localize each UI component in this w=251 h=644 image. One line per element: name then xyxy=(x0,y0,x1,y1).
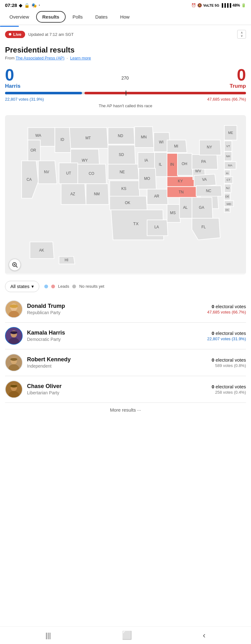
back-button[interactable]: ‹ xyxy=(203,630,205,640)
status-icon-wallet: 🔒 xyxy=(24,3,30,8)
source-attribution: From The Associated Press (AP) · Learn m… xyxy=(5,56,246,60)
tab-overview[interactable]: Overview xyxy=(4,11,35,23)
svg-text:IN: IN xyxy=(170,162,174,167)
harris-score-col: 0 Harris xyxy=(5,67,20,89)
candidate-row-harris[interactable]: Kamala Harris Democratic Party 0 elector… xyxy=(5,323,246,349)
svg-text:VA: VA xyxy=(202,177,207,182)
candidate-row-trump[interactable]: Donald Trump Republican Party 0 electora… xyxy=(5,296,246,323)
no-results-label: No results yet xyxy=(79,284,104,289)
svg-point-114 xyxy=(10,331,17,334)
votes-row: 22,807 votes (31.9%) 47,685 votes (66.7%… xyxy=(5,97,246,102)
svg-text:NM: NM xyxy=(94,192,100,196)
map-legend: Leads No results yet xyxy=(44,284,104,289)
candidate-row-oliver[interactable]: Chase Oliver Libertarian Party 0 elector… xyxy=(5,376,246,403)
source-prefix: From xyxy=(5,56,16,60)
recent-apps-button[interactable]: ||| xyxy=(46,631,51,640)
oliver-info: Chase Oliver Libertarian Party xyxy=(27,383,207,395)
candidate-list: Donald Trump Republican Party 0 electora… xyxy=(0,296,251,403)
svg-text:IL: IL xyxy=(159,162,162,167)
svg-text:SD: SD xyxy=(119,153,124,157)
harris-legend-dot xyxy=(44,285,48,288)
live-dot xyxy=(9,33,11,36)
status-dot: • xyxy=(39,3,40,7)
trump-votes: 47,685 votes (66.7%) xyxy=(207,97,246,102)
svg-text:MN: MN xyxy=(141,135,147,139)
oliver-electoral-votes: 0 electoral votes xyxy=(212,384,246,389)
svg-text:ID: ID xyxy=(61,137,64,142)
kennedy-votes-col: 0 electoral votes 589 votes (0.8%) xyxy=(212,357,246,368)
score-section: 0 Harris 270 0 Trump 22,807 votes (31.9%… xyxy=(0,62,251,113)
score-center: 270 xyxy=(121,75,128,80)
candidate-row-kennedy[interactable]: Robert Kennedy Independent 0 electoral v… xyxy=(5,349,246,376)
svg-point-118 xyxy=(10,358,17,361)
svg-text:NC: NC xyxy=(206,189,211,193)
svg-text:KY: KY xyxy=(178,179,183,183)
legend-trump xyxy=(51,285,55,288)
signal-icon: ▐▐▐▐ xyxy=(221,3,231,8)
score-row: 0 Harris 270 0 Trump xyxy=(5,67,246,89)
svg-text:TN: TN xyxy=(179,190,184,194)
no-results-legend-dot xyxy=(72,285,76,288)
oliver-votes-col: 0 electoral votes 258 votes (0.4%) xyxy=(212,384,246,395)
svg-text:RI: RI xyxy=(226,172,229,175)
kennedy-info: Robert Kennedy Independent xyxy=(27,356,207,369)
svg-text:CA: CA xyxy=(26,177,32,182)
svg-text:MT: MT xyxy=(85,136,91,140)
svg-point-122 xyxy=(10,385,17,387)
svg-text:MD: MD xyxy=(227,203,232,206)
svg-text:LA: LA xyxy=(154,225,159,229)
home-button[interactable]: ⬜ xyxy=(122,630,132,640)
collapse-button[interactable]: ∧ ∨ xyxy=(237,30,246,39)
svg-text:AZ: AZ xyxy=(70,192,75,196)
threshold-line xyxy=(126,91,126,96)
svg-text:DE: DE xyxy=(225,195,229,198)
svg-text:MA: MA xyxy=(228,164,233,167)
trump-name: Trump xyxy=(230,83,246,89)
svg-text:NY: NY xyxy=(207,145,212,149)
kennedy-avatar xyxy=(5,354,23,371)
harris-votes-col: 0 electoral votes 22,807 votes (31.9%) xyxy=(207,330,246,341)
trump-legend-dot xyxy=(51,285,55,288)
map-zoom-button[interactable] xyxy=(9,259,21,271)
svg-marker-77 xyxy=(192,218,220,240)
harris-progress xyxy=(5,92,82,94)
learn-more-link[interactable]: Learn more xyxy=(70,56,91,60)
svg-text:NE: NE xyxy=(120,170,125,174)
more-results-row[interactable]: More results ··· xyxy=(0,403,251,417)
alarm-icon: ⏰ xyxy=(191,3,196,8)
svg-text:CT: CT xyxy=(226,178,231,181)
mute-icon: 🔕 xyxy=(197,3,202,8)
harris-name-label: Kamala Harris xyxy=(27,330,203,336)
tab-polls[interactable]: Polls xyxy=(67,11,89,23)
trump-votes-col: 0 electoral votes 47,685 votes (66.7%) xyxy=(207,304,246,314)
kennedy-name-label: Robert Kennedy xyxy=(27,356,207,363)
source-ap-link[interactable]: The Associated Press (AP) xyxy=(16,56,64,60)
svg-text:ND: ND xyxy=(118,134,123,138)
trump-info: Donald Trump Republican Party xyxy=(27,303,203,315)
network-icon: VoLTE 5G xyxy=(203,3,219,7)
filter-row: All states ▾ Leads No results yet xyxy=(0,277,251,296)
harris-votes: 22,807 votes (31.9%) xyxy=(5,97,44,102)
svg-text:PA: PA xyxy=(201,159,206,164)
legend-no-results xyxy=(72,285,76,288)
harris-party: Democratic Party xyxy=(27,337,203,342)
svg-text:MS: MS xyxy=(170,211,176,215)
tab-dates[interactable]: Dates xyxy=(90,11,113,23)
leads-label: Leads xyxy=(58,284,69,289)
all-states-dropdown[interactable]: All states ▾ xyxy=(5,281,39,292)
page-title: Presidential results xyxy=(5,46,246,54)
svg-text:IA: IA xyxy=(145,158,148,163)
svg-text:GA: GA xyxy=(199,205,204,210)
svg-text:VT: VT xyxy=(226,145,230,148)
svg-text:HI: HI xyxy=(65,258,68,262)
us-map[interactable]: WA OR CA ID NV MT ND MN WY SD WI UT xyxy=(5,115,246,273)
battery-icon: 🔋 xyxy=(241,3,246,8)
live-label: Live xyxy=(13,32,21,37)
svg-text:WY: WY xyxy=(82,158,88,163)
tab-results[interactable]: Results xyxy=(36,11,66,23)
svg-text:AR: AR xyxy=(154,194,159,198)
svg-text:ME: ME xyxy=(228,131,233,135)
tab-how[interactable]: How xyxy=(114,11,135,23)
svg-text:NJ: NJ xyxy=(226,186,229,190)
more-results-label: More results xyxy=(110,407,136,413)
